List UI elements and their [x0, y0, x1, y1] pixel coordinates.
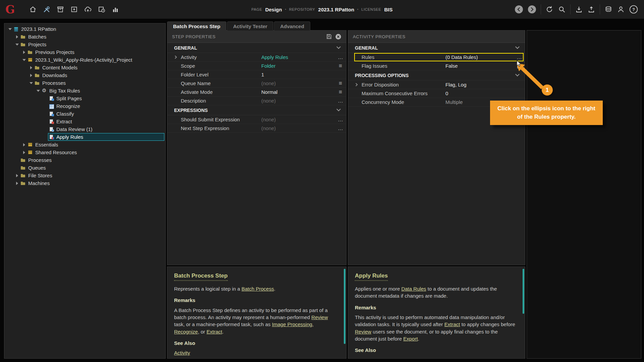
property-label: Activity — [181, 54, 261, 60]
tree-item-file-stores[interactable]: File Stores — [4, 172, 165, 179]
tree-item-recognize[interactable]: Recognize — [4, 102, 165, 110]
property-row-error-disposition[interactable]: Error DispositionFlag, Log — [348, 80, 525, 89]
batch-process-link[interactable]: Batch Process — [241, 286, 274, 292]
ellipsis-button[interactable] — [335, 124, 346, 133]
tree-item-previous-projects[interactable]: Previous Projects — [4, 48, 165, 56]
expander-icon[interactable] — [35, 90, 41, 92]
ellipsis-button[interactable] — [335, 97, 346, 105]
menu-button[interactable] — [335, 88, 346, 97]
tree-item-batches[interactable]: Batches — [4, 33, 165, 41]
tree-item-machines[interactable]: Machines — [4, 179, 165, 187]
scrollbar-thumb[interactable] — [344, 269, 345, 344]
scrollbar-thumb[interactable] — [523, 269, 524, 314]
user-icon[interactable] — [617, 5, 625, 13]
tab-advanced[interactable]: Advanced — [274, 21, 310, 31]
tree-item-big-tax-rules[interactable]: Big Tax Rules — [4, 87, 165, 95]
save-icon[interactable] — [326, 34, 332, 40]
page-value[interactable]: Design — [265, 7, 282, 12]
extract-link[interactable]: Extract — [444, 321, 460, 327]
tree-item-classify[interactable]: Classify — [4, 110, 165, 118]
property-row-description[interactable]: Description(none) — [167, 97, 346, 105]
archive-icon[interactable] — [56, 5, 64, 13]
expander-icon[interactable] — [7, 28, 13, 30]
review-link[interactable]: Review — [355, 329, 371, 335]
tree-item-projects[interactable]: Projects — [4, 41, 165, 48]
section-processing-options[interactable]: PROCESSING OPTIONS — [348, 70, 525, 80]
tree-item-apply-rules[interactable]: Apply Rules — [4, 133, 165, 141]
expander-icon[interactable] — [21, 151, 27, 154]
property-row-activate-mode[interactable]: Activate ModeNormal — [167, 88, 346, 97]
stats-chart-icon[interactable] — [111, 5, 119, 13]
menu-button[interactable] — [335, 62, 346, 70]
expander-icon[interactable] — [14, 174, 20, 177]
upload-icon[interactable] — [587, 5, 595, 13]
extract-link[interactable]: Extract — [207, 329, 222, 335]
tree-item-wiki-project[interactable]: 2023.1_Wiki_Apply-Rules-(Activity)_Proje… — [4, 56, 165, 64]
expander-icon[interactable] — [14, 44, 20, 46]
chevron-down-icon[interactable] — [515, 45, 520, 49]
close-icon[interactable] — [335, 34, 341, 40]
chevron-right-icon[interactable] — [355, 83, 358, 86]
expander-icon[interactable] — [14, 182, 20, 185]
tree-item-extract[interactable]: Extract — [4, 118, 165, 125]
property-row-scope[interactable]: ScopeFolder — [167, 62, 346, 70]
grooper-logo[interactable]: G — [5, 4, 15, 15]
expander-icon[interactable] — [21, 51, 27, 54]
tree-item-content-models[interactable]: Content Models — [4, 64, 165, 71]
data-rule-link[interactable]: Data Rule — [355, 357, 377, 359]
section-general[interactable]: GENERAL — [167, 43, 346, 53]
expander-icon[interactable] — [21, 143, 27, 146]
property-row-rules[interactable]: Rules(0 Data Rules) — [348, 53, 525, 62]
forward-button[interactable] — [528, 5, 536, 14]
property-row-next-step[interactable]: Next Step Expression(none) — [167, 124, 346, 133]
tree-item-downloads[interactable]: Downloads — [4, 71, 165, 79]
tab-activity-tester[interactable]: Activity Tester — [227, 21, 273, 31]
search-icon[interactable] — [558, 5, 566, 13]
tree-item-processes-root[interactable]: Processes — [4, 156, 165, 164]
tab-batch-process-step[interactable]: Batch Process Step — [167, 21, 226, 31]
property-row-should-submit[interactable]: Should Submit Expression(none) — [167, 115, 346, 124]
tree-item-processes[interactable]: Processes — [4, 79, 165, 87]
property-row-folder-level[interactable]: Folder Level1 — [167, 70, 346, 79]
recognize-link[interactable]: Recognize — [174, 329, 198, 335]
download-icon[interactable] — [575, 5, 583, 13]
refresh-icon[interactable] — [545, 5, 553, 13]
expander-icon[interactable] — [28, 66, 34, 69]
data-rules-link[interactable]: Data Rules — [401, 286, 426, 292]
section-general[interactable]: GENERAL — [348, 43, 525, 53]
export-link[interactable]: Export — [403, 336, 418, 342]
back-button[interactable] — [515, 5, 523, 14]
tree-item-split-pages[interactable]: Split Pages — [4, 95, 165, 102]
activity-link[interactable]: Activity — [174, 350, 190, 356]
tree-item-queues[interactable]: Queues — [4, 164, 165, 172]
image-processing-link[interactable]: Image Processing — [272, 321, 312, 327]
ellipsis-button[interactable] — [335, 53, 346, 62]
tree-item-repository[interactable]: 2023.1 RPatton — [4, 25, 165, 33]
tree-item-data-review[interactable]: Data Review (1) — [4, 125, 165, 133]
chevron-down-icon[interactable] — [336, 45, 341, 49]
home-icon[interactable] — [29, 5, 37, 13]
expander-icon[interactable] — [28, 74, 34, 77]
import-box-icon[interactable] — [70, 5, 78, 13]
repository-value[interactable]: 2023.1 RPatton — [318, 7, 355, 12]
section-expressions[interactable]: EXPRESSIONS — [167, 105, 346, 115]
expander-icon[interactable] — [28, 82, 34, 84]
chevron-right-icon[interactable] — [174, 56, 177, 59]
tree-item-essentials[interactable]: Essentials — [4, 141, 165, 148]
database-icon[interactable] — [604, 5, 612, 13]
chevron-down-icon[interactable] — [336, 107, 341, 111]
menu-button[interactable] — [335, 79, 346, 88]
tree-item-shared-resources[interactable]: Shared Resources — [4, 148, 165, 156]
scheduled-box-icon[interactable] — [98, 5, 106, 13]
expander-icon[interactable] — [21, 59, 27, 61]
ellipsis-button[interactable] — [335, 115, 346, 124]
property-row-flag-issues[interactable]: Flag IssuesFalse — [348, 62, 525, 70]
property-row-queue-name[interactable]: Queue Name(none) — [167, 79, 346, 88]
help-icon[interactable]: ? — [629, 5, 638, 14]
property-row-max-consecutive-errors[interactable]: Maximum Consecutive Errors0 — [348, 89, 525, 98]
tools-icon[interactable] — [43, 5, 51, 13]
review-link[interactable]: Review — [311, 314, 328, 320]
property-row-activity[interactable]: ActivityApply Rules — [167, 53, 346, 62]
cloud-upload-icon[interactable] — [84, 5, 92, 13]
expander-icon[interactable] — [14, 35, 20, 39]
